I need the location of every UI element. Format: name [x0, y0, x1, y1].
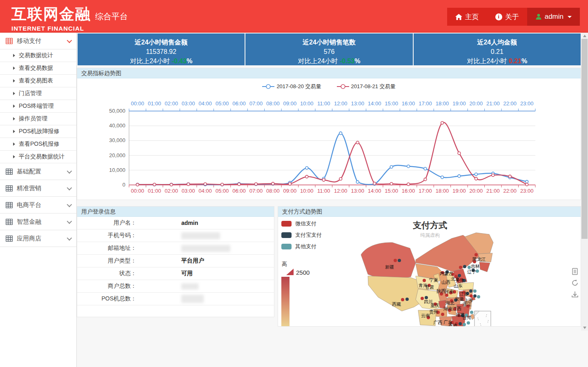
nav-user-menu[interactable]: admin: [527, 8, 580, 26]
map-dot-alipay[interactable]: [398, 259, 401, 262]
legend-item[interactable]: 2017-08-21 交易量: [337, 83, 396, 90]
map-province-label: 湖南: [443, 306, 452, 311]
sidebar-sections: 基础配置精准营销电商平台智慧金融应用商店: [0, 163, 76, 247]
svg-text:22:00: 22:00: [503, 100, 517, 107]
user-info-row: 商户总数：: [77, 280, 274, 293]
user-info-row: 用户类型：平台用户: [77, 255, 274, 267]
china-map-svg: 新疆西藏青海甘肃宁夏内蒙古黑龙江吉林辽宁北京天津山西山东陕西河南四川重庆湖北安徽…: [354, 231, 509, 327]
map-dot-wechat[interactable]: [470, 294, 473, 298]
svg-text:16:00: 16:00: [402, 188, 415, 194]
svg-text:20:00: 20:00: [470, 100, 483, 107]
map-legend-item[interactable]: 支付宝支付: [281, 231, 322, 239]
sidebar-subitem[interactable]: 门店管理: [0, 87, 76, 100]
vertical-scrollbar[interactable]: [581, 33, 588, 331]
sidebar-section[interactable]: 精准营销: [0, 180, 76, 197]
download-icon[interactable]: [571, 291, 579, 298]
legend-swatch: [281, 244, 292, 249]
map-dot-alipay[interactable]: [425, 296, 428, 299]
map-province-label: 河南: [445, 289, 454, 294]
map-province-label: 吉林: [470, 264, 480, 269]
map-dot-alipay[interactable]: [469, 289, 472, 293]
svg-text:22:00: 22:00: [503, 188, 517, 194]
map-dot-alipay[interactable]: [405, 298, 409, 301]
sidebar-section[interactable]: 电商平台: [0, 197, 76, 214]
map-dot-alipay[interactable]: [459, 322, 462, 325]
sidebar-subitem[interactable]: 交易数据统计: [0, 49, 76, 62]
map-province-label: 江西: [452, 306, 461, 311]
sidebar-subitem[interactable]: 查看交易数据: [0, 62, 76, 75]
map-dot-other[interactable]: [463, 323, 466, 326]
map-legend-item[interactable]: 微信支付: [281, 220, 322, 227]
map-dot-other[interactable]: [470, 311, 473, 314]
legend-item[interactable]: 2017-08-20 交易量: [262, 83, 321, 90]
map-legend-item[interactable]: 其他支付: [281, 243, 322, 250]
sidebar-subitem[interactable]: POS机故障报修: [0, 125, 76, 138]
map-dot-other[interactable]: [477, 295, 480, 298]
map-dot-wechat[interactable]: [394, 259, 397, 262]
user-icon: [535, 13, 542, 20]
compare-suffix: %: [521, 58, 527, 65]
svg-text:03:00: 03:00: [182, 100, 195, 107]
nav-home[interactable]: 主页: [447, 8, 487, 26]
table-icon: [6, 236, 13, 242]
map-dot-wechat[interactable]: [421, 297, 424, 300]
svg-text:12:00: 12:00: [334, 188, 347, 194]
svg-text:16:00: 16:00: [402, 100, 415, 107]
map-dot-alipay[interactable]: [473, 294, 477, 298]
svg-text:01:00: 01:00: [148, 100, 161, 107]
svg-text:17:00: 17:00: [419, 188, 432, 194]
sidebar-section[interactable]: 基础配置: [0, 163, 76, 180]
sidebar-subitem[interactable]: 查看交易图表: [0, 75, 76, 87]
chevron-down-icon: [67, 218, 72, 224]
user-info-row: 手机号码：: [77, 229, 274, 242]
compare-suffix: %: [354, 58, 360, 65]
map-dot-wechat[interactable]: [459, 266, 462, 269]
map-province-label: 香港: [448, 323, 457, 327]
map-province-shape[interactable]: [479, 262, 490, 272]
map-province-label: 台湾: [462, 315, 471, 320]
sidebar-subitem[interactable]: 查看POS机报修: [0, 138, 76, 151]
chevron-down-icon: [67, 235, 72, 240]
sidebar-submenu: 交易数据统计查看交易数据查看交易图表门店管理POS终端管理操作员管理POS机故障…: [0, 49, 76, 163]
legend-label: 微信支付: [295, 220, 316, 227]
map-province-shape[interactable]: [361, 242, 416, 282]
map-dot-other[interactable]: [476, 269, 479, 273]
map-dot-alipay[interactable]: [463, 265, 466, 268]
logo-caption: INTERNET FINANCIAL: [11, 25, 128, 32]
visualmap-gradient-bar[interactable]: [281, 277, 290, 327]
info-icon: i: [495, 13, 502, 20]
map-dot-wechat[interactable]: [441, 313, 444, 316]
map-province-label: 西藏: [392, 302, 401, 307]
stat-cards: 近24小时销售金额115378.92对比上24小时 -0.43%近24小时销售笔…: [78, 33, 581, 65]
map-province-label: 山东: [454, 283, 463, 288]
sidebar-subitem[interactable]: 平台交易数据统计: [0, 151, 76, 163]
refresh-icon[interactable]: [571, 279, 579, 287]
map-dot-wechat[interactable]: [474, 253, 478, 256]
sidebar-section-mobile-pay[interactable]: 移动支付: [0, 33, 76, 49]
map-dot-wechat[interactable]: [423, 279, 426, 282]
visualmap-pointer: [286, 269, 294, 275]
map-dot-wechat[interactable]: [445, 294, 448, 297]
sidebar-section[interactable]: 智慧金融: [0, 214, 76, 230]
stat-card-title: 近24人均金额: [414, 38, 581, 47]
stat-card: 近24小时销售金额115378.92对比上24小时 -0.43%: [78, 33, 245, 65]
svg-text:10,000: 10,000: [109, 167, 125, 173]
svg-text:40,000: 40,000: [109, 122, 125, 129]
map-dot-other[interactable]: [468, 266, 471, 269]
scroll-down-arrow[interactable]: [581, 325, 588, 331]
scroll-up-arrow[interactable]: [581, 33, 588, 39]
svg-text:07:00: 07:00: [249, 100, 263, 107]
sidebar-section[interactable]: 应用商店: [0, 230, 76, 247]
map-dot-other[interactable]: [473, 289, 477, 293]
sidebar-subitem[interactable]: 操作员管理: [0, 113, 76, 125]
sidebar-subitem[interactable]: POS终端管理: [0, 100, 76, 113]
svg-text:13:00: 13:00: [351, 100, 364, 107]
map-dot-wechat[interactable]: [401, 298, 404, 301]
svg-text:02:00: 02:00: [165, 188, 178, 194]
scrollbar-thumb[interactable]: [581, 39, 588, 239]
data-view-icon[interactable]: [571, 268, 579, 275]
compare-prefix: 对比上24小时: [130, 58, 172, 65]
nav-about[interactable]: i 关于: [487, 8, 527, 26]
user-info-label: 手机号码：: [77, 232, 136, 239]
map-dot-other[interactable]: [467, 321, 470, 325]
